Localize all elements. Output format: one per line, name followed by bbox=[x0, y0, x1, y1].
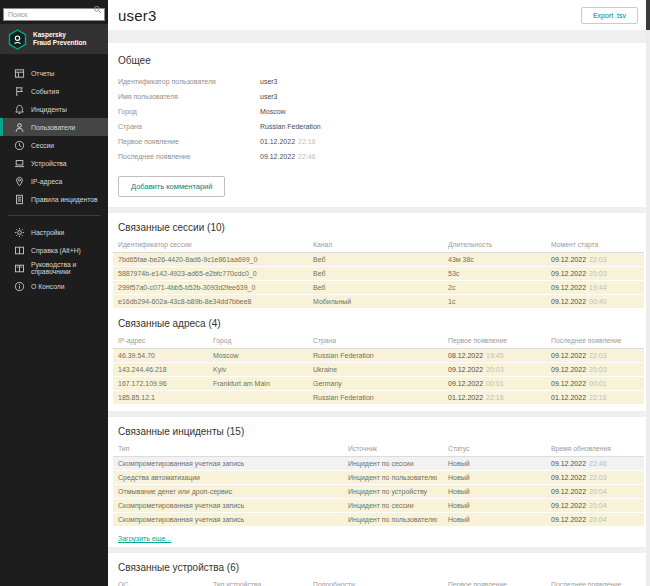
sidebar-item-label: Пользователи bbox=[31, 124, 75, 131]
sessions-table-header: Идентификатор сессии Канал Длительность … bbox=[113, 241, 644, 253]
status-badge[interactable]: Новый bbox=[443, 471, 546, 485]
table-row[interactable]: 143.244.46.218 Kyiv Ukraine 09.12.202220… bbox=[113, 363, 644, 377]
table-row[interactable]: 5887974b-e142-4923-ad65-e2bfc770cdc0_0 В… bbox=[113, 267, 644, 281]
addresses-section: Связанные адреса (4) IP-адрес Город Стра… bbox=[108, 309, 650, 405]
logo-line1: Kaspersky bbox=[33, 31, 86, 39]
date-part: 09.12.2022 bbox=[551, 474, 586, 481]
duration-cell: 1с bbox=[443, 295, 546, 309]
channel-cell: Веб bbox=[308, 267, 443, 281]
field-label: Первое появление bbox=[118, 138, 260, 145]
general-section-title: Общее bbox=[118, 55, 644, 66]
status-badge[interactable]: Новый bbox=[443, 499, 546, 513]
addresses-table: IP-адрес Город Страна Первое появление П… bbox=[113, 337, 644, 405]
date-part: 09.12.2022 bbox=[551, 298, 586, 305]
sidebar-item-settings[interactable]: Настройки bbox=[0, 223, 108, 241]
start-cell: 09.12.202219:44 bbox=[546, 281, 644, 295]
search-input[interactable] bbox=[3, 8, 105, 21]
time-part: 20:04 bbox=[589, 488, 607, 495]
sidebar-nav: Отчеты События Инциденты Пользователи Се… bbox=[0, 64, 108, 295]
table-row[interactable]: 185.85.12.1 Russian Federation 01.12.202… bbox=[113, 391, 644, 405]
table-row[interactable]: 167.172.109.96 Frankfurt am Main Germany… bbox=[113, 377, 644, 391]
table-row[interactable]: Скомпрометированная учетная запись Инцид… bbox=[113, 499, 644, 513]
last-seen-cell: 09.12.202200:01 bbox=[546, 377, 644, 391]
sidebar-item-ip-addresses[interactable]: IP-адреса bbox=[0, 172, 108, 190]
sidebar-item-help[interactable]: Справка (Alt+H) bbox=[0, 241, 108, 259]
sidebar-item-reports[interactable]: Отчеты bbox=[0, 64, 108, 82]
table-row[interactable]: 46.39.54.70 Moscow Russian Federation 08… bbox=[113, 349, 644, 363]
add-comment-button[interactable]: Добавить комментарий bbox=[118, 176, 225, 197]
export-tsv-button[interactable]: Export .tsv bbox=[581, 7, 638, 24]
table-row[interactable]: Скомпрометированная учетная запись Инцид… bbox=[113, 457, 644, 471]
sidebar-item-users[interactable]: Пользователи bbox=[0, 118, 108, 136]
incident-type-cell: Отмывание денег или дроп-сервис bbox=[113, 485, 343, 499]
load-more-link[interactable]: Загрузить еще... bbox=[118, 535, 171, 542]
search-icon bbox=[93, 5, 102, 14]
table-row[interactable]: Отмывание денег или дроп-сервис Инцидент… bbox=[113, 485, 644, 499]
sidebar-item-label: Руководства и справочники bbox=[31, 261, 108, 275]
sidebar: Kaspersky Fraud Prevention Отчеты Событи… bbox=[0, 0, 108, 586]
country-cell: Russian Federation bbox=[308, 349, 443, 363]
help-icon bbox=[14, 245, 25, 256]
sidebar-item-devices[interactable]: Устройства bbox=[0, 154, 108, 172]
date-part: 09.12.2022 bbox=[448, 380, 483, 387]
incidents-section: Связанные инциденты (15) Тип Источник Ст… bbox=[108, 417, 650, 547]
sidebar-item-sessions[interactable]: Сессии bbox=[0, 136, 108, 154]
updated-cell: 09.12.202220:04 bbox=[546, 485, 644, 499]
time-part: 22:16 bbox=[486, 394, 504, 401]
field-row: Последнее появление 09.12.202222:46 bbox=[118, 149, 644, 164]
time-part: 20:03 bbox=[589, 270, 607, 277]
table-row[interactable]: 7bd65fae-be26-4420-8ad6-9c1e861aa699_0 В… bbox=[113, 253, 644, 267]
column-header: Статус bbox=[443, 445, 546, 456]
country-cell: Germany bbox=[308, 377, 443, 391]
sidebar-item-label: IP-адреса bbox=[31, 178, 62, 185]
table-row[interactable]: Скомпрометированная учетная запись Инцид… bbox=[113, 513, 644, 527]
time-part: 22:03 bbox=[589, 256, 607, 263]
sidebar-item-guides[interactable]: Руководства и справочники bbox=[0, 259, 108, 277]
sidebar-item-events[interactable]: События bbox=[0, 82, 108, 100]
sidebar-item-label: Инциденты bbox=[31, 106, 67, 113]
pin-icon bbox=[14, 176, 25, 187]
field-row: Первое появление 01.12.202222:16 bbox=[118, 134, 644, 149]
device-icon bbox=[14, 158, 25, 169]
date-part: 09.12.2022 bbox=[551, 366, 586, 373]
sidebar-item-incidents[interactable]: Инциденты bbox=[0, 100, 108, 118]
first-seen-cell: 09.12.202200:01 bbox=[443, 377, 546, 391]
column-header: Первое появление bbox=[443, 337, 546, 348]
source-cell: Инцидент по пользователю bbox=[343, 471, 443, 485]
date-part: 09.12.2022 bbox=[551, 488, 586, 495]
sidebar-divider bbox=[8, 215, 100, 216]
status-badge[interactable]: Новый bbox=[443, 485, 546, 499]
source-cell: Инцидент по пользователю bbox=[343, 513, 443, 527]
status-badge[interactable]: Новый bbox=[443, 513, 546, 527]
devices-table: ОС Тип устройства Подробности Первое поя… bbox=[113, 581, 644, 586]
flag-icon bbox=[14, 86, 25, 97]
incidents-table: Тип Источник Статус Время обновления Ско… bbox=[113, 445, 644, 527]
date-part: 09.12.2022 bbox=[551, 284, 586, 291]
sidebar-item-about[interactable]: О Консоли bbox=[0, 277, 108, 295]
sidebar-item-label: Правила инцидентов bbox=[31, 196, 98, 203]
ip-cell: 167.172.109.96 bbox=[113, 377, 208, 391]
updated-cell: 09.12.202220:04 bbox=[546, 513, 644, 527]
info-icon bbox=[14, 281, 25, 292]
scrollbar-thumb[interactable] bbox=[646, 0, 650, 30]
column-header: ОС bbox=[113, 581, 208, 586]
time-part: 19:45 bbox=[486, 352, 504, 359]
status-badge[interactable]: Новый bbox=[443, 457, 546, 471]
column-header: Идентификатор сессии bbox=[113, 241, 308, 252]
updated-cell: 09.12.202222:03 bbox=[546, 471, 644, 485]
user-name-value: user3 bbox=[260, 93, 278, 100]
column-header: Последнее появление bbox=[546, 581, 644, 586]
channel-cell: Веб bbox=[308, 281, 443, 295]
table-row[interactable]: Средства автоматизации Инцидент по польз… bbox=[113, 471, 644, 485]
column-header: Источник bbox=[343, 445, 443, 456]
column-header: Страна bbox=[308, 337, 443, 348]
section-separator bbox=[108, 30, 650, 43]
time-part: 20:04 bbox=[589, 516, 607, 523]
date-part: 09.12.2022 bbox=[551, 352, 586, 359]
vertical-scrollbar[interactable] bbox=[646, 0, 650, 586]
column-header: IP-адрес bbox=[113, 337, 208, 348]
table-row[interactable]: e16db294-602a-43c8-b89b-8e34dd7bbee8 Моб… bbox=[113, 295, 644, 309]
reports-icon bbox=[14, 68, 25, 79]
sidebar-item-incident-rules[interactable]: Правила инцидентов bbox=[0, 190, 108, 208]
table-row[interactable]: 299f57a0-c071-4bb5-b52b-3093d2fee639_0 В… bbox=[113, 281, 644, 295]
